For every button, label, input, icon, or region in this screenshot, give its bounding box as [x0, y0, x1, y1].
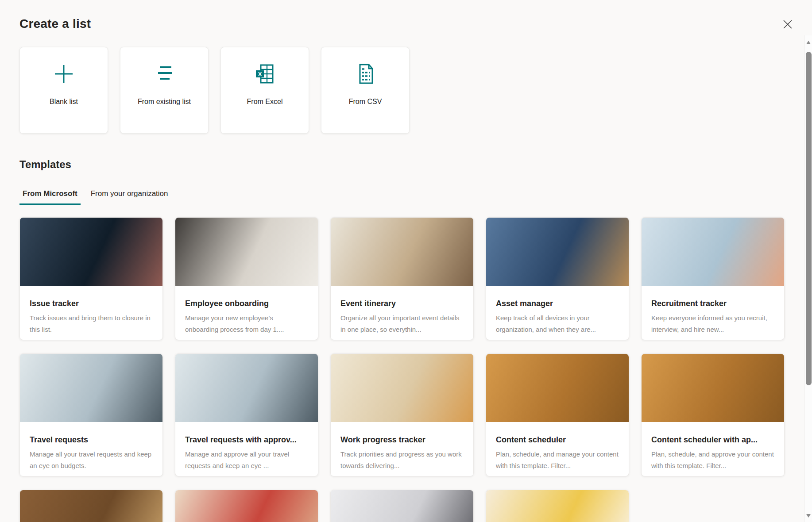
- template-image: [175, 490, 318, 522]
- plus-icon: [20, 63, 108, 84]
- template-card[interactable]: [330, 490, 474, 522]
- template-card-description: Keep everyone informed as you recruit, i…: [651, 312, 774, 335]
- template-card-description: Track priorities and progress as you wor…: [340, 449, 464, 472]
- template-card-description: Manage your new employee's onboarding pr…: [185, 312, 308, 335]
- template-card[interactable]: [486, 490, 629, 522]
- tab-label: From Microsoft: [23, 189, 77, 198]
- template-image: [20, 354, 162, 422]
- csv-file-icon: [321, 63, 409, 84]
- template-card-description: Organize all your important event detail…: [340, 312, 464, 335]
- template-image: [331, 490, 473, 522]
- method-card-from-csv[interactable]: From CSV: [321, 47, 410, 134]
- create-method-row: Blank list From existing list: [19, 47, 812, 134]
- method-card-from-existing-list[interactable]: From existing list: [120, 47, 209, 134]
- template-card-work-progress-tracker[interactable]: Work progress tracker Track priorities a…: [330, 353, 474, 476]
- template-image: [331, 218, 473, 286]
- template-card-content-scheduler-with-approvals[interactable]: Content scheduler with ap... Plan, sched…: [641, 353, 785, 476]
- template-card-issue-tracker[interactable]: Issue tracker Track issues and bring the…: [19, 217, 163, 340]
- template-image: [175, 218, 318, 286]
- template-card-event-itinerary[interactable]: Event itinerary Organize all your import…: [330, 217, 474, 340]
- close-button[interactable]: [781, 18, 794, 31]
- template-image: [331, 354, 473, 422]
- close-icon: [783, 19, 793, 29]
- template-card-employee-onboarding[interactable]: Employee onboarding Manage your new empl…: [175, 217, 318, 340]
- svg-text:X: X: [258, 71, 262, 77]
- template-card-title: Travel requests with approv...: [185, 435, 308, 445]
- template-card-title: Asset manager: [496, 299, 619, 308]
- template-card-description: Track issues and bring them to closure i…: [30, 312, 153, 335]
- tab-from-microsoft[interactable]: From Microsoft: [19, 189, 81, 205]
- template-image: [642, 218, 784, 286]
- template-grid: Issue tracker Track issues and bring the…: [19, 217, 812, 522]
- template-card-title: Content scheduler with ap...: [651, 435, 774, 445]
- page-title: Create a list: [19, 0, 812, 31]
- template-image: [486, 490, 629, 522]
- template-image: [20, 218, 162, 286]
- method-card-label: From CSV: [321, 98, 409, 106]
- scrollbar-thumb[interactable]: [806, 52, 812, 385]
- template-tabs: From Microsoft From your organization: [19, 189, 812, 205]
- template-card-title: Travel requests: [30, 435, 153, 445]
- template-card-asset-manager[interactable]: Asset manager Keep track of all devices …: [486, 217, 629, 340]
- scroll-up-icon[interactable]: [806, 41, 811, 44]
- template-image: [175, 354, 318, 422]
- template-card-title: Recruitment tracker: [651, 299, 774, 308]
- tab-from-your-organization[interactable]: From your organization: [88, 189, 171, 205]
- excel-icon: X: [221, 63, 309, 84]
- tab-label: From your organization: [91, 189, 168, 198]
- template-image: [20, 490, 162, 522]
- template-card-description: Plan, schedule, and approve your content…: [651, 449, 774, 472]
- template-card-title: Work progress tracker: [340, 435, 464, 445]
- vertical-scrollbar[interactable]: [804, 35, 812, 522]
- template-card[interactable]: [19, 490, 163, 522]
- template-card-title: Issue tracker: [30, 299, 153, 308]
- method-card-from-excel[interactable]: X From Excel: [220, 47, 309, 134]
- template-image: [642, 354, 784, 422]
- method-card-label: Blank list: [20, 98, 108, 106]
- template-card-description: Plan, schedule, and manage your content …: [496, 449, 619, 472]
- method-card-blank-list[interactable]: Blank list: [19, 47, 108, 134]
- template-card-title: Event itinerary: [340, 299, 464, 308]
- template-card[interactable]: [175, 490, 318, 522]
- templates-heading: Templates: [19, 158, 812, 171]
- template-card-travel-requests-with-approvals[interactable]: Travel requests with approv... Manage an…: [175, 353, 318, 476]
- template-card-recruitment-tracker[interactable]: Recruitment tracker Keep everyone inform…: [641, 217, 785, 340]
- template-card-title: Employee onboarding: [185, 299, 308, 308]
- existing-list-icon: [120, 63, 208, 84]
- template-card-description: Manage and approve all your travel reque…: [185, 449, 308, 472]
- template-card-title: Content scheduler: [496, 435, 619, 445]
- template-card-description: Manage all your travel requests and keep…: [30, 449, 153, 472]
- scroll-down-icon[interactable]: [806, 514, 811, 518]
- template-card-travel-requests[interactable]: Travel requests Manage all your travel r…: [19, 353, 163, 476]
- method-card-label: From Excel: [221, 98, 309, 106]
- template-card-description: Keep track of all devices in your organi…: [496, 312, 619, 335]
- template-image: [486, 354, 629, 422]
- template-card-content-scheduler[interactable]: Content scheduler Plan, schedule, and ma…: [486, 353, 629, 476]
- template-image: [486, 218, 629, 286]
- method-card-label: From existing list: [120, 98, 208, 106]
- create-list-dialog: Create a list Blank list: [0, 0, 812, 522]
